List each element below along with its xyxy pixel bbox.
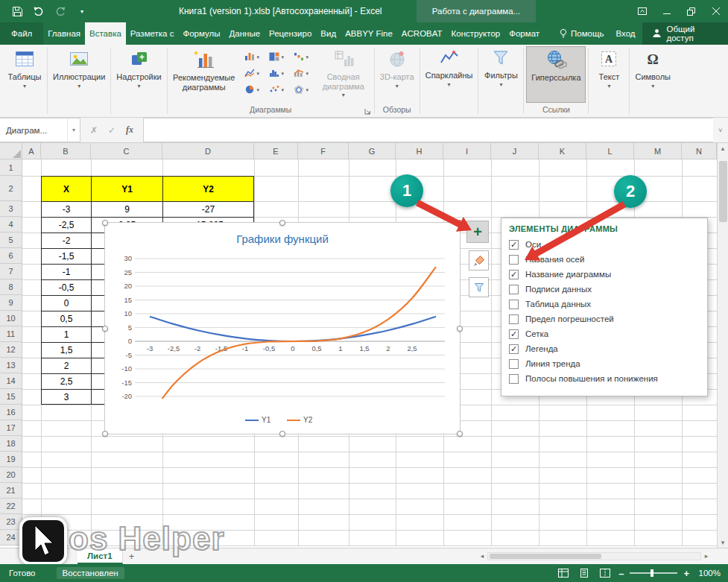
select-all-button[interactable]	[0, 143, 22, 159]
tab-конструктор[interactable]: Конструктор	[447, 22, 505, 45]
insert-function-icon[interactable]: fx	[122, 124, 137, 136]
row-header-2[interactable]: 2	[0, 176, 22, 201]
table-cell[interactable]: 3	[41, 389, 91, 405]
checkbox-checked-icon[interactable]: ✓	[509, 329, 519, 339]
vertical-scroll-thumb[interactable]	[719, 161, 727, 222]
zoom-in-button[interactable]: +	[683, 568, 689, 579]
table-cell[interactable]: 9	[91, 201, 162, 217]
table-cell[interactable]: -2	[41, 233, 91, 248]
table-cell[interactable]: -3	[41, 201, 91, 217]
addins-button[interactable]: Надстройки ▾	[113, 46, 164, 115]
chart-filters-button[interactable]	[469, 277, 489, 297]
row-header-8[interactable]: 8	[0, 279, 22, 295]
row-header-1[interactable]: 1	[0, 159, 22, 176]
cancel-formula-icon[interactable]: ✗	[86, 125, 101, 136]
symbols-button[interactable]: Ω Символы ▾	[632, 46, 674, 115]
table-cell[interactable]: 1,5	[41, 342, 91, 358]
tab-acrobat[interactable]: ACROBAT	[397, 22, 447, 45]
table-header-cell[interactable]: X	[41, 176, 91, 201]
horizontal-scroll-thumb[interactable]	[490, 554, 601, 559]
horizontal-scroll-track[interactable]	[487, 552, 701, 560]
table-cell[interactable]: 0,5	[41, 311, 91, 326]
enter-formula-icon[interactable]: ✓	[104, 125, 119, 136]
row-header-11[interactable]: 11	[0, 326, 22, 342]
checkbox-checked-icon[interactable]: ✓	[509, 344, 519, 354]
column-chart-type-button[interactable]: ▾	[240, 48, 265, 65]
checkbox-unchecked-icon[interactable]	[509, 255, 519, 265]
table-cell[interactable]: -27	[162, 201, 254, 217]
checkbox-unchecked-icon[interactable]	[509, 300, 519, 309]
zoom-level-button[interactable]: 100%	[695, 569, 721, 578]
table-cell[interactable]: 2	[41, 358, 91, 373]
table-cell[interactable]: 0	[41, 295, 91, 311]
horizontal-scrollbar[interactable]: ◂ ▸	[477, 551, 712, 561]
row-header-9[interactable]: 9	[0, 295, 22, 311]
column-header-G[interactable]: G	[349, 143, 396, 159]
selection-handle-nw[interactable]	[102, 220, 108, 226]
pivot-chart-button[interactable]: Сводная диаграмма ▾	[315, 46, 372, 103]
column-header-M[interactable]: M	[634, 143, 682, 159]
column-header-E[interactable]: E	[254, 143, 298, 159]
table-header-cell[interactable]: Y2	[162, 176, 254, 201]
hyperlink-button[interactable]: Гиперссылка	[526, 46, 586, 103]
selection-handle-sw[interactable]	[102, 431, 108, 437]
tab-разметка-с[interactable]: Разметка с	[126, 22, 179, 45]
redo-icon[interactable]	[54, 4, 67, 18]
row-header-17[interactable]: 17	[0, 420, 22, 436]
scroll-up-icon[interactable]: ▴	[718, 143, 728, 154]
waterfall-chart-type-button[interactable]: ▾	[289, 48, 314, 65]
scroll-left-icon[interactable]: ◂	[477, 552, 487, 560]
restore-icon[interactable]	[679, 0, 703, 22]
table-cell[interactable]: -2,5	[41, 217, 91, 233]
hierarchy-chart-type-button[interactable]: ▾	[265, 48, 289, 65]
save-icon[interactable]	[10, 4, 24, 18]
zoom-out-button[interactable]: –	[618, 568, 624, 579]
combo-chart-type-button[interactable]: ▾	[289, 65, 314, 81]
tab-abbyy-fine[interactable]: ABBYY Fine	[341, 22, 397, 45]
row-header-18[interactable]: 18	[0, 436, 22, 452]
formula-bar-collapse-icon[interactable]: ˅	[713, 118, 728, 142]
row-header-19[interactable]: 19	[0, 452, 22, 467]
selection-handle-e[interactable]	[457, 326, 463, 332]
row-header-21[interactable]: 21	[0, 483, 22, 499]
zoom-slider[interactable]	[630, 572, 677, 574]
selection-handle-se[interactable]	[457, 431, 463, 437]
tab-формат[interactable]: Формат	[504, 22, 544, 45]
vertical-scrollbar[interactable]: ▴ ▾	[717, 143, 728, 548]
row-header-6[interactable]: 6	[0, 248, 22, 264]
page-layout-view-icon[interactable]	[577, 566, 592, 580]
map-3d-button[interactable]: 3D-карта ▾	[377, 46, 417, 103]
qat-customize-caret-icon[interactable]: ▾	[75, 4, 89, 18]
selection-handle-w[interactable]	[102, 326, 108, 332]
tab-рецензиро[interactable]: Рецензиро	[265, 22, 316, 45]
checkbox-unchecked-icon[interactable]	[509, 359, 519, 369]
checkbox-checked-icon[interactable]: ✓	[509, 270, 519, 279]
column-header-K[interactable]: K	[539, 143, 586, 159]
scroll-down-icon[interactable]: ▾	[718, 537, 728, 548]
tab-вставка[interactable]: Вставка	[85, 22, 126, 45]
table-cell[interactable]: -1,5	[41, 248, 91, 264]
checkbox-checked-icon[interactable]: ✓	[509, 240, 519, 250]
column-header-J[interactable]: J	[491, 143, 539, 159]
row-header-20[interactable]: 20	[0, 467, 22, 483]
text-button[interactable]: А Текст ▾	[591, 46, 627, 115]
table-cell[interactable]: 1	[41, 326, 91, 342]
row-header-7[interactable]: 7	[0, 264, 22, 279]
tab-данные[interactable]: Данные	[225, 22, 265, 45]
undo-icon[interactable]	[32, 4, 45, 18]
sign-in-button[interactable]: Вход	[608, 22, 642, 45]
row-header-22[interactable]: 22	[0, 499, 22, 514]
column-header-F[interactable]: F	[298, 143, 349, 159]
chart-styles-brush-button[interactable]	[469, 250, 489, 271]
tab-help[interactable]: Помощь	[554, 22, 608, 45]
name-box-caret-icon[interactable]: ▾	[67, 118, 80, 142]
column-header-H[interactable]: H	[396, 143, 443, 159]
share-button[interactable]: Общий доступ	[642, 22, 728, 45]
dialog-launcher-icon[interactable]	[364, 107, 371, 118]
formula-input[interactable]	[143, 118, 713, 142]
selection-handle-ne[interactable]	[457, 220, 463, 226]
column-header-N[interactable]: N	[682, 143, 717, 159]
close-icon[interactable]	[703, 0, 728, 22]
sparklines-button[interactable]: Спарклайны ▾	[422, 46, 476, 115]
table-cell[interactable]: -0,5	[41, 279, 91, 295]
